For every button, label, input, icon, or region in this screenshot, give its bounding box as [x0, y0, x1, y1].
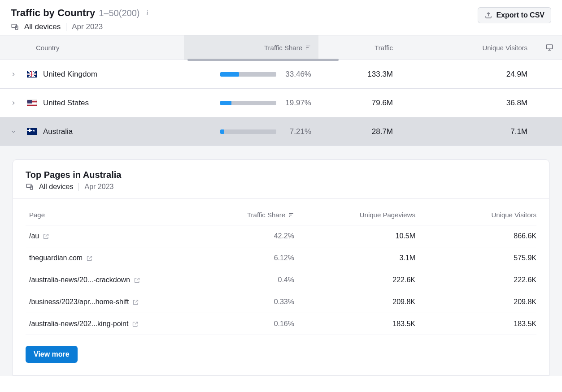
country-name: United Kingdom	[43, 70, 97, 79]
pages-row[interactable]: /au 42.2% 10.5M 866.6K	[26, 225, 536, 247]
filter-separator	[78, 183, 79, 191]
upload-icon	[484, 11, 492, 19]
page-path: /australia-news/20...-crackdown	[29, 276, 130, 284]
page-upv-value: 183.5K	[294, 320, 415, 328]
page-upv-value: 222.6K	[294, 276, 415, 284]
info-icon[interactable]: i	[143, 9, 151, 17]
traffic-value: 133.3M	[318, 70, 404, 79]
sort-desc-icon	[288, 212, 294, 218]
date-filter[interactable]: Apr 2023	[72, 22, 103, 31]
pages-table-header: Page Traffic Share Unique Pageviews Uniq…	[26, 211, 536, 225]
pages-row[interactable]: /australia-news/202...king-point 0.16% 1…	[26, 313, 536, 335]
col-page[interactable]: Page	[29, 211, 200, 219]
unique-visitors-value: 36.8M	[404, 99, 538, 108]
page-upv-value: 209.8K	[294, 298, 415, 306]
page-path: /au	[29, 232, 39, 240]
expand-toggle[interactable]	[0, 71, 27, 78]
devices-icon	[11, 23, 19, 31]
country-name: United States	[43, 99, 89, 108]
col-traffic-share-label: Traffic Share	[264, 44, 302, 52]
table-row[interactable]: United States 19.97% 79.6M 36.8M	[0, 89, 562, 117]
pages-row[interactable]: /australia-news/20...-crackdown 0.4% 222…	[26, 269, 536, 291]
page-share-value: 6.12%	[200, 254, 294, 262]
traffic-share-value: 19.97%	[282, 99, 311, 108]
flag-icon	[27, 71, 37, 78]
external-link-icon[interactable]	[134, 277, 140, 284]
chevron-right-icon	[10, 100, 17, 106]
external-link-icon[interactable]	[43, 233, 49, 240]
filter-separator	[66, 23, 66, 31]
table-header: Country Traffic Share Traffic Unique Vis…	[0, 35, 562, 60]
col-traffic-share[interactable]: Traffic Share	[184, 35, 318, 60]
view-more-button[interactable]: View more	[26, 346, 78, 363]
devices-filter[interactable]: All devices	[24, 22, 61, 31]
page-share-value: 0.33%	[200, 298, 294, 306]
chevron-right-icon	[10, 71, 17, 78]
chevron-down-icon	[10, 129, 17, 135]
page-upv-value: 10.5M	[294, 232, 415, 240]
page-share-value: 42.2%	[200, 232, 294, 240]
traffic-value: 28.7M	[318, 127, 404, 136]
unique-visitors-value: 24.9M	[404, 70, 538, 79]
traffic-share-value: 7.21%	[282, 127, 311, 136]
page-uv-value: 866.6K	[415, 232, 536, 240]
page-share-value: 0.4%	[200, 276, 294, 284]
traffic-value: 79.6M	[318, 99, 404, 108]
table-row[interactable]: Australia 7.21% 28.7M 7.1M	[0, 117, 562, 146]
expand-toggle[interactable]	[0, 129, 27, 135]
panel-devices-filter[interactable]: All devices	[39, 183, 73, 191]
pages-row[interactable]: theguardian.com 6.12% 3.1M 575.9K	[26, 247, 536, 269]
col-page-unique-visitors[interactable]: Unique Visitors	[415, 211, 536, 219]
page-path: /australia-news/202...king-point	[29, 320, 128, 328]
col-unique-pageviews[interactable]: Unique Pageviews	[294, 211, 415, 219]
svg-rect-5	[546, 45, 553, 49]
external-link-icon[interactable]	[86, 255, 93, 262]
col-page-traffic-share-label: Traffic Share	[247, 211, 285, 219]
flag-icon	[27, 99, 37, 106]
page-upv-value: 3.1M	[294, 254, 415, 262]
external-link-icon[interactable]	[132, 299, 139, 306]
page-uv-value: 209.8K	[415, 298, 536, 306]
traffic-share-value: 33.46%	[282, 70, 311, 79]
top-pages-panel: Top Pages in Australia All devices Apr 2…	[13, 159, 549, 376]
page-path: /business/2023/apr...home-shift	[29, 298, 129, 306]
traffic-share-bar	[220, 129, 276, 134]
col-page-traffic-share[interactable]: Traffic Share	[200, 211, 294, 219]
col-unique-visitors[interactable]: Unique Visitors	[404, 44, 538, 52]
sort-desc-icon	[305, 44, 311, 51]
traffic-share-bar	[220, 72, 276, 77]
page-uv-value: 183.5K	[415, 320, 536, 328]
page-uv-value: 222.6K	[415, 276, 536, 284]
devices-icon	[26, 183, 34, 191]
flag-icon	[27, 128, 37, 135]
export-csv-button[interactable]: Export to CSV	[478, 7, 551, 23]
page-title: Traffic by Country	[11, 7, 95, 19]
page-path: theguardian.com	[29, 254, 83, 262]
export-csv-label: Export to CSV	[496, 11, 545, 19]
page-share-value: 0.16%	[200, 320, 294, 328]
page-uv-value: 575.9K	[415, 254, 536, 262]
desktop-icon	[545, 43, 553, 52]
table-row[interactable]: United Kingdom 33.46% 133.3M 24.9M	[0, 60, 562, 89]
panel-title: Top Pages in Australia	[26, 170, 536, 180]
traffic-share-bar	[220, 101, 276, 105]
col-traffic[interactable]: Traffic	[318, 44, 404, 52]
external-link-icon[interactable]	[132, 321, 139, 327]
pagination-range: 1–50(200)	[99, 8, 139, 18]
panel-date-filter[interactable]: Apr 2023	[84, 183, 113, 191]
unique-visitors-value: 7.1M	[404, 127, 538, 136]
expand-toggle[interactable]	[0, 100, 27, 106]
country-name: Australia	[43, 127, 73, 136]
col-country[interactable]: Country	[27, 44, 184, 52]
col-device-icon	[538, 43, 561, 52]
pages-row[interactable]: /business/2023/apr...home-shift 0.33% 20…	[26, 291, 536, 313]
